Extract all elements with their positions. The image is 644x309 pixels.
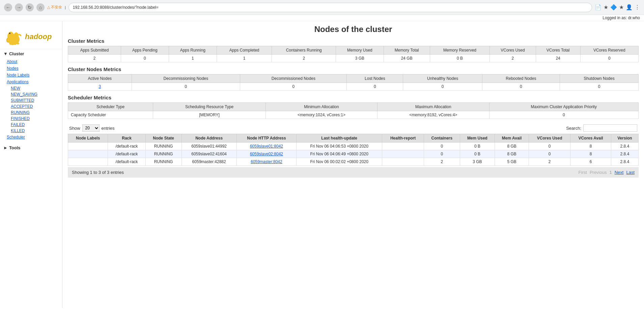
val-decommissioning-nodes: 0 xyxy=(132,83,240,91)
sidebar-item-running[interactable]: RUNNING xyxy=(0,110,62,116)
sidebar-item-new-saving[interactable]: NEW_SAVING xyxy=(0,91,62,97)
table-row: /default-rackRUNNING6059slave02:41604605… xyxy=(68,150,639,158)
col-memory-reserved: Memory Reserved xyxy=(430,46,490,55)
profile-icon[interactable]: 👤 xyxy=(626,4,633,10)
cell-mem-used: 0 B xyxy=(460,143,495,150)
hadoop-logo-area: hadoop xyxy=(0,25,62,49)
cell-mem-avail: 5 GB xyxy=(495,158,529,166)
tools-expand-icon: ► xyxy=(3,145,8,150)
sidebar-item-applications[interactable]: Applications xyxy=(0,79,62,85)
extension-icon[interactable]: 🔷 xyxy=(610,4,617,10)
col-node-state[interactable]: Node State xyxy=(145,134,181,143)
main-layout: hadoop ▼ Cluster About Nodes Node Labels… xyxy=(0,21,644,308)
home-button[interactable]: ⌂ xyxy=(36,3,45,11)
forward-button[interactable]: → xyxy=(15,3,23,11)
col-vcores-total: VCores Total xyxy=(536,46,580,55)
next-link[interactable]: Next xyxy=(615,170,624,175)
val-containers-running: 2 xyxy=(272,55,336,62)
puzzle-icon[interactable]: ★ xyxy=(619,4,624,10)
bookmark-icon[interactable]: ★ xyxy=(604,4,608,10)
col-scheduling-resource-type: Scheduling Resource Type xyxy=(153,103,266,111)
col-version[interactable]: Version xyxy=(611,134,638,143)
translate-icon[interactable]: 📄 xyxy=(595,4,601,10)
page-title: Nodes of the cluster xyxy=(68,25,639,34)
val-unhealthy-nodes: 0 xyxy=(403,83,482,91)
last-link[interactable]: Last xyxy=(626,170,635,175)
cluster-nodes-metrics-table: Active Nodes Decommissioning Nodes Decom… xyxy=(68,74,639,91)
cell-node-state: RUNNING xyxy=(145,143,181,150)
entries-select[interactable]: 10 20 25 50 100 xyxy=(82,124,100,132)
page-divider: 1 xyxy=(609,170,612,175)
col-memory-used: Memory Used xyxy=(336,46,384,55)
sidebar-item-node-labels[interactable]: Node Labels xyxy=(0,72,62,79)
sidebar-item-killed[interactable]: KILLED xyxy=(0,128,62,134)
back-button[interactable]: ← xyxy=(4,3,12,11)
col-mem-used[interactable]: Mem Used xyxy=(460,134,495,143)
sidebar-cluster-section[interactable]: ▼ Cluster xyxy=(0,49,62,58)
sidebar-item-about[interactable]: About xyxy=(0,58,62,65)
sidebar-item-submitted[interactable]: SUBMITTED xyxy=(0,97,62,103)
val-min-allocation: <memory:1024, vCores:1> xyxy=(265,111,377,119)
col-scheduler-type: Scheduler Type xyxy=(68,103,153,111)
col-lost-nodes: Lost Nodes xyxy=(347,74,403,83)
sidebar-item-finished[interactable]: FINISHED xyxy=(0,116,62,122)
search-right: Search: xyxy=(566,124,637,132)
sidebar-item-scheduler[interactable]: Scheduler xyxy=(0,134,62,141)
col-last-health-update[interactable]: Last health-update xyxy=(297,134,382,143)
col-health-report[interactable]: Health-report xyxy=(382,134,424,143)
show-entries-row: Show 10 20 25 50 100 entries Search: xyxy=(68,122,639,134)
col-vcores-used[interactable]: VCores Used xyxy=(529,134,570,143)
cluster-label: Cluster xyxy=(9,51,24,56)
entries-label: entries xyxy=(102,126,115,131)
cell-node-http-address[interactable]: 6059slave02:8042 xyxy=(236,150,296,158)
cell-vcores-avail: 8 xyxy=(570,143,611,150)
col-max-allocation: Maximum Allocation xyxy=(377,103,489,111)
cell-version: 2.8.4 xyxy=(611,158,638,166)
col-rack[interactable]: Rack xyxy=(108,134,145,143)
sidebar-item-nodes[interactable]: Nodes xyxy=(0,65,62,72)
svg-point-7 xyxy=(11,43,14,45)
sidebar-tools-section[interactable]: ► Tools xyxy=(0,143,62,152)
cell-mem-used: 3 GB xyxy=(460,158,495,166)
show-entries-left: Show 10 20 25 50 100 entries xyxy=(69,124,115,132)
cell-rack: /default-rack xyxy=(108,143,145,150)
browser-icons: 📄 ★ 🔷 ★ 👤 ⋮ xyxy=(595,4,640,10)
cell-last-health-update: Fri Nov 06 04:06:53 +0800 2020 xyxy=(297,143,382,150)
logged-in-text: Logged in as: dr.who xyxy=(603,16,640,20)
cell-node-address: 6059master:42882 xyxy=(181,158,236,166)
search-label: Search: xyxy=(566,126,581,131)
cell-containers: 2 xyxy=(424,158,460,166)
refresh-button[interactable]: ↻ xyxy=(26,3,34,11)
col-containers[interactable]: Containers xyxy=(424,134,460,143)
col-node-http-address[interactable]: Node HTTP Address xyxy=(236,134,296,143)
col-vcores-avail[interactable]: VCores Avail xyxy=(570,134,611,143)
col-active-nodes: Active Nodes xyxy=(68,74,132,83)
val-vcores-total: 24 xyxy=(536,55,580,62)
sidebar-item-failed[interactable]: FAILED xyxy=(0,122,62,128)
table-row: /default-rackRUNNING6059master:428826059… xyxy=(68,158,639,166)
cell-node-http-address[interactable]: 6059slave01:8042 xyxy=(236,143,296,150)
cell-vcores-avail: 6 xyxy=(570,158,611,166)
val-vcores-reserved: 0 xyxy=(580,55,638,62)
col-apps-pending: Apps Pending xyxy=(121,46,169,55)
search-input[interactable] xyxy=(583,124,637,132)
sidebar-item-accepted[interactable]: ACCEPTED xyxy=(0,103,62,110)
cluster-metrics-table: Apps Submitted Apps Pending Apps Running… xyxy=(68,46,639,62)
col-node-labels[interactable]: Node Labels xyxy=(68,134,108,143)
cell-version: 2.8.4 xyxy=(611,150,638,158)
cell-vcores-avail: 8 xyxy=(570,150,611,158)
val-active-nodes[interactable]: 3 xyxy=(68,83,132,91)
menu-icon[interactable]: ⋮ xyxy=(635,4,640,10)
cell-vcores-used: 0 xyxy=(529,150,570,158)
col-vcores-reserved: VCores Reserved xyxy=(580,46,638,55)
col-mem-avail[interactable]: Mem Avail xyxy=(495,134,529,143)
cluster-expand-icon: ▼ xyxy=(3,51,8,56)
nodes-table: Node Labels Rack Node State Node Address… xyxy=(68,134,639,166)
cell-mem-avail: 8 GB xyxy=(495,150,529,158)
col-node-address[interactable]: Node Address xyxy=(181,134,236,143)
url-bar[interactable] xyxy=(68,3,592,12)
sidebar-item-new[interactable]: NEW xyxy=(0,85,62,91)
cell-node-http-address[interactable]: 6059master:8042 xyxy=(236,158,296,166)
val-decommissioned-nodes: 0 xyxy=(240,83,347,91)
val-max-allocation: <memory:8192, vCores:4> xyxy=(377,111,489,119)
